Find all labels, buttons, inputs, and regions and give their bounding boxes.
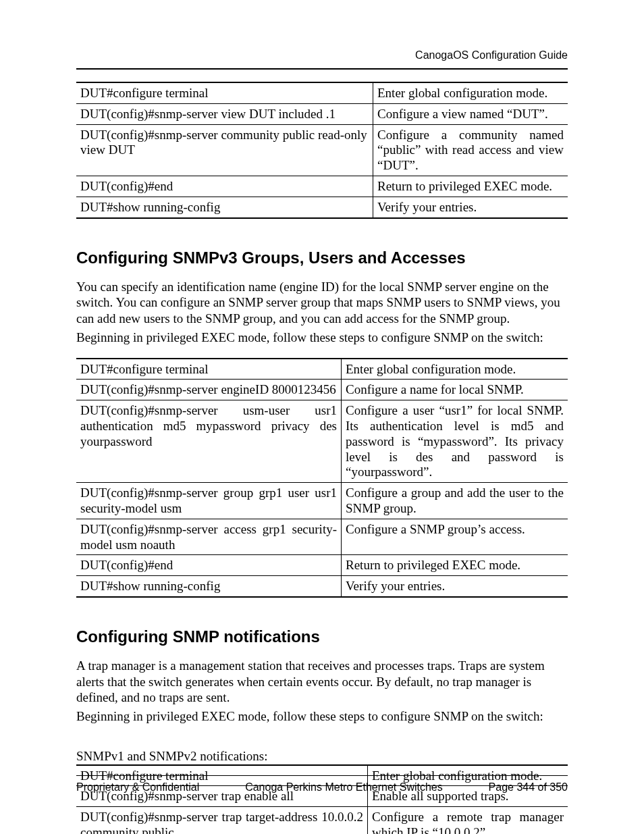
desc-cell: Configure a SNMP group’s access. xyxy=(342,519,568,555)
body-text: Beginning in privileged EXEC mode, follo… xyxy=(76,330,568,346)
cmd-cell: DUT(config)#snmp-server trap target-addr… xyxy=(76,807,368,834)
cmd-cell: DUT(config)#snmp-server view DUT include… xyxy=(76,103,373,124)
table-row: DUT(config)#snmp-server engineID 8000123… xyxy=(76,380,568,400)
cmd-cell: DUT(config)#snmp-server group grp1 user … xyxy=(76,483,342,519)
page-content: CanogaOS Configuration Guide DUT#configu… xyxy=(76,0,568,834)
table-row: DUT(config)#snmp-server view DUT include… xyxy=(76,103,568,124)
table-row: DUT(config)#endReturn to privileged EXEC… xyxy=(76,176,568,197)
table-row: DUT(config)#endReturn to privileged EXEC… xyxy=(76,555,568,576)
page-footer: Proprietary & Confidential Canoga Perkin… xyxy=(76,775,568,793)
desc-cell: Configure a name for local SNMP. xyxy=(342,380,568,400)
desc-cell: Configure a group and add the user to th… xyxy=(342,483,568,519)
desc-cell: Configure a view named “DUT”. xyxy=(373,103,568,124)
command-table-1: DUT#configure terminalEnter global confi… xyxy=(76,82,568,219)
desc-cell: Configure a user “usr1” for local SNMP. … xyxy=(342,400,568,483)
command-table-2: DUT#configure terminalEnter global confi… xyxy=(76,358,568,598)
footer-right: Page 344 of 350 xyxy=(489,781,568,793)
desc-cell: Return to privileged EXEC mode. xyxy=(342,555,568,576)
footer-rule xyxy=(76,775,568,776)
cmd-cell: DUT(config)#end xyxy=(76,176,373,197)
table-row: DUT#show running-configVerify your entri… xyxy=(76,576,568,597)
doc-header: CanogaOS Configuration Guide xyxy=(76,49,568,61)
cmd-cell: DUT(config)#snmp-server usm-user usr1 au… xyxy=(76,400,342,483)
table-row: DUT(config)#snmp-server trap target-addr… xyxy=(76,807,568,834)
body-text: A trap manager is a management station t… xyxy=(76,658,568,706)
body-text: Beginning in privileged EXEC mode, follo… xyxy=(76,708,568,725)
cmd-cell: DUT(config)#snmp-server access grp1 secu… xyxy=(76,519,342,555)
table-caption: SNMPv1 and SNMPv2 notifications: xyxy=(76,748,568,764)
desc-cell: Enter global configuration mode. xyxy=(373,82,568,103)
table-row: DUT(config)#snmp-server usm-user usr1 au… xyxy=(76,400,568,483)
desc-cell: Return to privileged EXEC mode. xyxy=(373,176,568,197)
section-heading: Configuring SNMPv3 Groups, Users and Acc… xyxy=(76,249,568,267)
cmd-cell: DUT#show running-config xyxy=(76,576,342,597)
desc-cell: Verify your entries. xyxy=(373,197,568,217)
table-row: DUT(config)#snmp-server group grp1 user … xyxy=(76,483,568,519)
table-row: DUT#configure terminalEnter global confi… xyxy=(76,359,568,380)
desc-cell: Configure a community named “public” wit… xyxy=(373,124,568,176)
table-row: DUT(config)#snmp-server community public… xyxy=(76,124,568,176)
table-row: DUT#configure terminalEnter global confi… xyxy=(76,82,568,103)
cmd-cell: DUT#show running-config xyxy=(76,197,373,217)
section-heading: Configuring SNMP notifications xyxy=(76,627,568,646)
footer-left: Proprietary & Confidential xyxy=(76,781,199,793)
cmd-cell: DUT(config)#snmp-server engineID 8000123… xyxy=(76,380,342,400)
table-row: DUT#show running-configVerify your entri… xyxy=(76,197,568,217)
footer-center: Canoga Perkins Metro Ethernet Switches xyxy=(245,781,443,793)
cmd-cell: DUT#configure terminal xyxy=(76,359,342,380)
desc-cell: Verify your entries. xyxy=(342,576,568,597)
cmd-cell: DUT#configure terminal xyxy=(76,82,373,103)
cmd-cell: DUT(config)#snmp-server community public… xyxy=(76,124,373,176)
table-row: DUT(config)#snmp-server access grp1 secu… xyxy=(76,519,568,555)
desc-cell: Configure a remote trap manager which IP… xyxy=(368,807,568,834)
body-text: You can specify an identification name (… xyxy=(76,279,568,327)
desc-cell: Enter global configuration mode. xyxy=(342,359,568,380)
cmd-cell: DUT(config)#end xyxy=(76,555,342,576)
